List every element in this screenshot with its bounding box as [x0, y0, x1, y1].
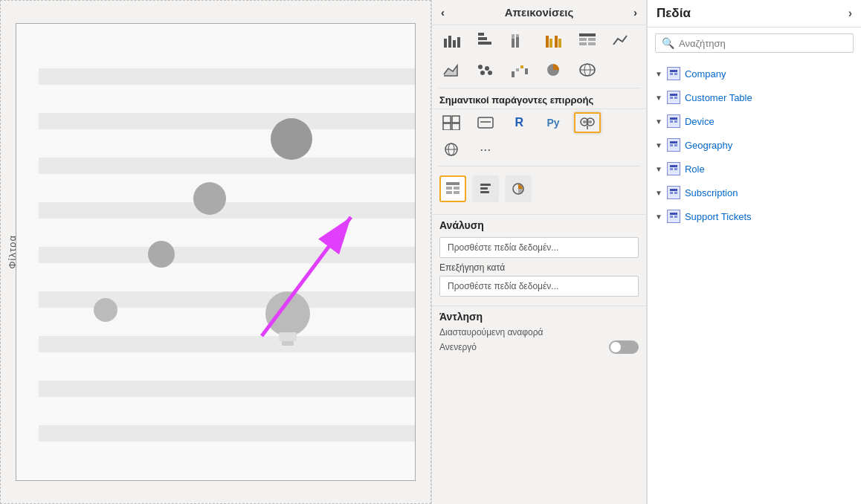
viz-area-chart-icon[interactable] — [438, 59, 465, 80]
search-box[interactable]: 🔍 — [655, 33, 854, 53]
viz-globe-icon[interactable] — [438, 139, 465, 160]
viz-waterfall-icon[interactable] — [506, 59, 532, 80]
customer-label: Customer Table — [685, 92, 752, 103]
build-icon-table[interactable] — [439, 175, 466, 202]
viz-icon-grid-1 — [432, 25, 646, 55]
svg-rect-25 — [558, 39, 561, 48]
svg-rect-67 — [674, 73, 677, 75]
company-label: Company — [685, 68, 726, 80]
svg-rect-65 — [670, 70, 677, 72]
svg-rect-59 — [446, 191, 452, 194]
svg-rect-29 — [579, 42, 587, 45]
viz-stacked-bar-icon[interactable] — [506, 30, 532, 51]
svg-rect-76 — [674, 144, 677, 146]
viz-bar-chart-icon[interactable] — [438, 30, 465, 51]
inactive-row: Ανενεργό — [439, 340, 639, 354]
svg-rect-46 — [478, 117, 493, 128]
svg-rect-12 — [448, 36, 451, 48]
subscription-label: Subscription — [685, 187, 738, 198]
field-group-geography-header[interactable]: ▼ Geography — [648, 135, 861, 155]
fields-right-arrow[interactable]: › — [848, 7, 852, 20]
svg-rect-7 — [39, 381, 415, 397]
cross-ref-label: Διασταυρούμενη αναφορά — [439, 327, 544, 337]
device-label: Device — [685, 116, 715, 127]
lightbulb-base — [279, 332, 297, 341]
field-group-subscription: ▼ Subscription — [648, 181, 861, 204]
build-icon-format[interactable] — [472, 175, 499, 202]
viz-grouped-bar-icon[interactable] — [540, 30, 567, 51]
right-panels: ‹ Απεικονίσεις › — [431, 0, 861, 504]
device-table-icon — [667, 114, 680, 128]
svg-rect-17 — [478, 33, 484, 36]
svg-rect-19 — [512, 34, 515, 39]
field-group-customer: ▼ Customer Table — [648, 85, 861, 109]
viz-pie-chart-icon[interactable] — [540, 59, 567, 80]
field-group-device-header[interactable]: ▼ Device — [648, 111, 861, 132]
svg-rect-18 — [512, 39, 515, 48]
fields-panel-title: Πεδία — [657, 6, 691, 21]
viz-table-icon[interactable] — [574, 30, 601, 51]
field-group-company: ▼ Company — [648, 62, 861, 85]
subscription-chevron-icon: ▼ — [655, 189, 662, 197]
svg-rect-16 — [478, 42, 491, 45]
viz-scatter-icon[interactable] — [472, 59, 499, 80]
explain-by-label: Επεξήγηση κατά — [439, 262, 639, 273]
search-input[interactable] — [679, 38, 847, 49]
bubble-medium — [193, 182, 226, 215]
svg-rect-71 — [670, 117, 677, 120]
svg-rect-69 — [670, 97, 673, 99]
customer-chevron-icon: ▼ — [655, 94, 662, 102]
viz-separator-2 — [438, 166, 640, 167]
svg-rect-22 — [546, 36, 549, 48]
customer-table-icon — [667, 91, 680, 104]
inactive-toggle[interactable] — [609, 340, 639, 354]
field-group-company-header[interactable]: ▼ Company — [648, 63, 861, 84]
viz-right-arrow[interactable]: › — [633, 6, 637, 19]
field-group-subscription-header[interactable]: ▼ Subscription — [648, 182, 861, 203]
svg-rect-14 — [457, 37, 460, 48]
svg-rect-4 — [39, 247, 415, 263]
svg-rect-63 — [480, 191, 489, 193]
company-chevron-icon: ▼ — [655, 70, 662, 78]
viz-python-icon[interactable]: Py — [540, 112, 567, 133]
viz-matrix-icon[interactable] — [438, 112, 465, 133]
field-group-role: ▼ Role — [648, 157, 861, 181]
viz-separator-1 — [438, 88, 640, 88]
viz-column-chart-icon[interactable] — [472, 30, 499, 51]
bubble-chart — [16, 24, 415, 480]
svg-point-33 — [488, 71, 492, 75]
bubble-small — [148, 241, 175, 268]
role-chevron-icon: ▼ — [655, 165, 662, 173]
viz-line-chart-icon[interactable] — [607, 30, 634, 51]
field-group-customer-header[interactable]: ▼ Customer Table — [648, 87, 861, 108]
canvas-area: Φίλτρα ⊽ ⊡ ··· — [0, 0, 431, 504]
svg-rect-72 — [670, 120, 673, 123]
build-icon-analytics[interactable] — [505, 175, 532, 202]
viz-more-icon[interactable]: ··· — [472, 139, 499, 160]
role-table-icon — [667, 162, 680, 175]
field-group-role-header[interactable]: ▼ Role — [648, 158, 861, 179]
add-data-button-2[interactable]: Προσθέστε πεδία δεδομέν... — [439, 276, 639, 297]
add-data-button-1[interactable]: Προσθέστε πεδία δεδομέν... — [439, 237, 639, 258]
bubble-xsmall — [94, 298, 117, 322]
svg-rect-13 — [453, 40, 456, 48]
subscription-table-icon — [667, 186, 680, 199]
svg-rect-27 — [579, 38, 587, 41]
role-label: Role — [685, 164, 705, 175]
svg-rect-20 — [516, 37, 519, 48]
svg-rect-66 — [670, 73, 673, 75]
svg-rect-56 — [446, 182, 459, 185]
viz-r-script-icon[interactable]: R — [506, 112, 532, 133]
drain-title: Άντληση — [439, 311, 639, 323]
viz-icon-grid-2 — [432, 55, 646, 85]
viz-panel-title: Απεικονίσεις — [505, 6, 574, 19]
viz-card-icon[interactable] — [472, 112, 499, 133]
viz-key-influencers-icon[interactable] — [574, 112, 601, 133]
field-group-support-header[interactable]: ▼ Support Tickets — [648, 206, 861, 227]
analysis-section: Ανάλυση Προσθέστε πεδία δεδομέν... Επεξή… — [432, 214, 646, 306]
viz-map-icon[interactable] — [574, 59, 601, 80]
viz-left-arrow[interactable]: ‹ — [441, 6, 445, 19]
fields-panel-header: Πεδία › — [648, 0, 861, 28]
analysis-title: Ανάλυση — [439, 219, 639, 231]
svg-rect-80 — [670, 189, 677, 191]
